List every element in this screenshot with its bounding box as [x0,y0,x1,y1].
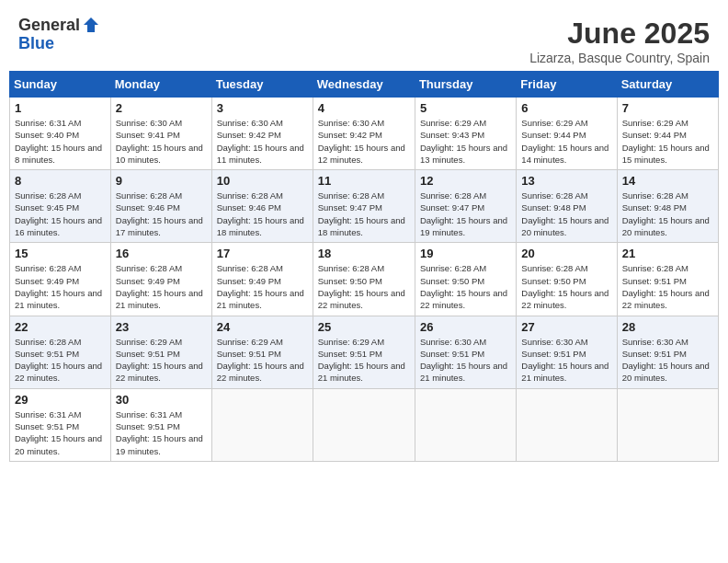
calendar-day-header: Saturday [617,72,718,98]
day-number: 13 [521,174,611,188]
day-number: 3 [217,101,308,115]
calendar-day-cell: 2Sunrise: 6:30 AM Sunset: 9:41 PM Daylig… [110,98,211,170]
calendar-day-cell: 28Sunrise: 6:30 AM Sunset: 9:51 PM Dayli… [617,316,718,388]
day-number: 18 [318,247,410,260]
day-info: Sunrise: 6:30 AM Sunset: 9:42 PM Dayligh… [318,117,410,166]
day-number: 1 [15,101,106,115]
calendar-day-cell: 3Sunrise: 6:30 AM Sunset: 9:42 PM Daylig… [211,98,313,170]
day-number: 14 [622,174,713,188]
day-info: Sunrise: 6:28 AM Sunset: 9:47 PM Dayligh… [318,190,410,238]
day-info: Sunrise: 6:28 AM Sunset: 9:50 PM Dayligh… [521,262,611,311]
calendar-day-header: Friday [517,72,617,98]
calendar-day-cell: 22Sunrise: 6:28 AM Sunset: 9:51 PM Dayli… [10,316,111,388]
day-number: 7 [622,101,713,115]
day-number: 5 [420,101,511,115]
calendar-day-cell: 13Sunrise: 6:28 AM Sunset: 9:48 PM Dayli… [517,170,617,243]
calendar-day-cell: 30Sunrise: 6:31 AM Sunset: 9:51 PM Dayli… [110,388,211,461]
day-info: Sunrise: 6:28 AM Sunset: 9:49 PM Dayligh… [15,262,106,311]
page-header: General Blue June 2025 Lizarza, Basque C… [9,9,719,65]
day-number: 11 [318,174,410,188]
logo-icon [82,16,100,34]
calendar-day-cell: 4Sunrise: 6:30 AM Sunset: 9:42 PM Daylig… [313,98,415,170]
calendar-day-cell: 25Sunrise: 6:29 AM Sunset: 9:51 PM Dayli… [313,316,415,388]
calendar-day-cell: 12Sunrise: 6:28 AM Sunset: 9:47 PM Dayli… [415,170,516,243]
day-number: 21 [622,247,713,260]
day-info: Sunrise: 6:28 AM Sunset: 9:49 PM Dayligh… [217,262,308,311]
day-info: Sunrise: 6:28 AM Sunset: 9:46 PM Dayligh… [217,190,308,238]
calendar-week-row: 1Sunrise: 6:31 AM Sunset: 9:40 PM Daylig… [10,98,719,170]
day-info: Sunrise: 6:28 AM Sunset: 9:51 PM Dayligh… [622,262,713,311]
day-number: 22 [15,320,106,334]
day-number: 8 [15,174,106,188]
title-block: June 2025 Lizarza, Basque Country, Spain [529,17,710,65]
calendar-day-cell [211,388,313,461]
calendar-day-cell: 15Sunrise: 6:28 AM Sunset: 9:49 PM Dayli… [10,243,111,316]
calendar-week-row: 29Sunrise: 6:31 AM Sunset: 9:51 PM Dayli… [10,388,719,461]
calendar-week-row: 8Sunrise: 6:28 AM Sunset: 9:45 PM Daylig… [10,170,719,243]
calendar-day-cell: 26Sunrise: 6:30 AM Sunset: 9:51 PM Dayli… [415,316,516,388]
day-number: 2 [116,101,207,115]
day-number: 9 [116,174,207,188]
calendar-day-header: Monday [110,72,211,98]
day-number: 24 [217,320,308,334]
calendar-day-cell [313,388,415,461]
day-info: Sunrise: 6:28 AM Sunset: 9:45 PM Dayligh… [15,190,106,238]
logo-text: General Blue [18,17,100,53]
day-info: Sunrise: 6:29 AM Sunset: 9:44 PM Dayligh… [521,117,611,166]
day-number: 30 [116,393,207,407]
calendar-day-cell: 9Sunrise: 6:28 AM Sunset: 9:46 PM Daylig… [110,170,211,243]
day-info: Sunrise: 6:31 AM Sunset: 9:51 PM Dayligh… [116,408,207,457]
calendar-header-row: SundayMondayTuesdayWednesdayThursdayFrid… [10,72,719,98]
day-number: 26 [420,320,511,334]
calendar-day-cell: 11Sunrise: 6:28 AM Sunset: 9:47 PM Dayli… [313,170,415,243]
day-info: Sunrise: 6:31 AM Sunset: 9:40 PM Dayligh… [15,117,106,166]
day-number: 15 [15,247,106,260]
calendar-day-cell: 5Sunrise: 6:29 AM Sunset: 9:43 PM Daylig… [415,98,516,170]
calendar-day-cell: 27Sunrise: 6:30 AM Sunset: 9:51 PM Dayli… [517,316,617,388]
day-number: 6 [521,101,611,115]
day-info: Sunrise: 6:28 AM Sunset: 9:46 PM Dayligh… [116,190,207,238]
calendar-day-cell: 21Sunrise: 6:28 AM Sunset: 9:51 PM Dayli… [617,243,718,316]
calendar-day-cell: 16Sunrise: 6:28 AM Sunset: 9:49 PM Dayli… [110,243,211,316]
day-info: Sunrise: 6:30 AM Sunset: 9:51 PM Dayligh… [521,336,611,385]
calendar-table: SundayMondayTuesdayWednesdayThursdayFrid… [9,71,719,462]
calendar-day-cell [517,388,617,461]
day-info: Sunrise: 6:28 AM Sunset: 9:48 PM Dayligh… [622,190,713,238]
day-info: Sunrise: 6:28 AM Sunset: 9:51 PM Dayligh… [15,336,106,385]
calendar-day-header: Wednesday [313,72,415,98]
day-info: Sunrise: 6:29 AM Sunset: 9:51 PM Dayligh… [217,336,308,385]
day-number: 10 [217,174,308,188]
calendar-day-cell: 23Sunrise: 6:29 AM Sunset: 9:51 PM Dayli… [110,316,211,388]
day-info: Sunrise: 6:30 AM Sunset: 9:51 PM Dayligh… [622,336,713,385]
day-info: Sunrise: 6:29 AM Sunset: 9:43 PM Dayligh… [420,117,511,166]
calendar-day-cell: 1Sunrise: 6:31 AM Sunset: 9:40 PM Daylig… [10,98,111,170]
calendar-day-cell: 6Sunrise: 6:29 AM Sunset: 9:44 PM Daylig… [517,98,617,170]
day-number: 19 [420,247,511,260]
calendar-day-cell: 29Sunrise: 6:31 AM Sunset: 9:51 PM Dayli… [10,388,111,461]
day-number: 29 [15,393,106,407]
calendar-week-row: 22Sunrise: 6:28 AM Sunset: 9:51 PM Dayli… [10,316,719,388]
month-title: June 2025 [529,17,710,51]
day-number: 4 [318,101,410,115]
calendar-day-cell: 14Sunrise: 6:28 AM Sunset: 9:48 PM Dayli… [617,170,718,243]
day-info: Sunrise: 6:28 AM Sunset: 9:48 PM Dayligh… [521,190,611,238]
location: Lizarza, Basque Country, Spain [529,51,710,65]
day-info: Sunrise: 6:29 AM Sunset: 9:51 PM Dayligh… [318,336,410,385]
day-number: 20 [521,247,611,260]
calendar-day-cell: 8Sunrise: 6:28 AM Sunset: 9:45 PM Daylig… [10,170,111,243]
calendar-day-header: Thursday [415,72,516,98]
day-info: Sunrise: 6:29 AM Sunset: 9:44 PM Dayligh… [622,117,713,166]
day-info: Sunrise: 6:29 AM Sunset: 9:51 PM Dayligh… [116,336,207,385]
day-number: 12 [420,174,511,188]
calendar-day-cell [415,388,516,461]
calendar-day-header: Sunday [10,72,111,98]
day-number: 16 [116,247,207,260]
calendar-day-cell: 17Sunrise: 6:28 AM Sunset: 9:49 PM Dayli… [211,243,313,316]
calendar-day-cell: 7Sunrise: 6:29 AM Sunset: 9:44 PM Daylig… [617,98,718,170]
calendar-day-cell: 24Sunrise: 6:29 AM Sunset: 9:51 PM Dayli… [211,316,313,388]
calendar-day-cell: 10Sunrise: 6:28 AM Sunset: 9:46 PM Dayli… [211,170,313,243]
calendar-day-cell: 19Sunrise: 6:28 AM Sunset: 9:50 PM Dayli… [415,243,516,316]
day-info: Sunrise: 6:28 AM Sunset: 9:49 PM Dayligh… [116,262,207,311]
day-number: 27 [521,320,611,334]
day-info: Sunrise: 6:30 AM Sunset: 9:51 PM Dayligh… [420,336,511,385]
